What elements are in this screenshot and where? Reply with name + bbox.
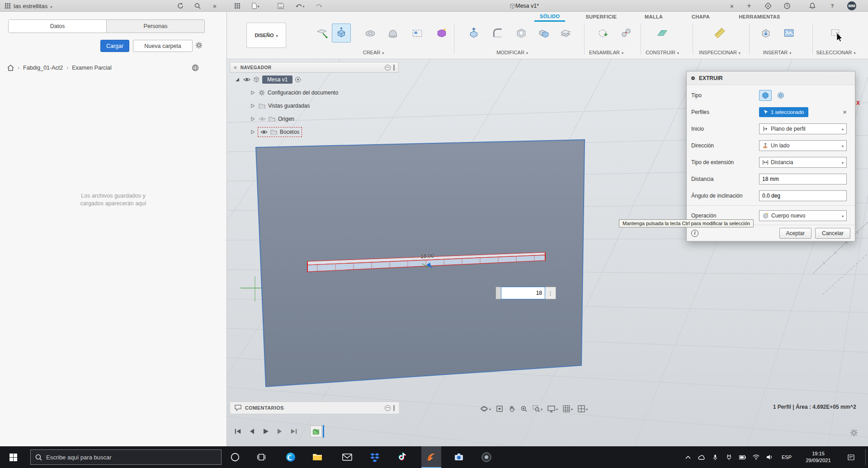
app-launcher-icon[interactable]	[1, 0, 14, 12]
tab-personas[interactable]: Personas	[107, 20, 204, 33]
fusion360-icon[interactable]	[421, 446, 441, 468]
camera-app-icon[interactable]	[449, 446, 469, 468]
data-settings-gear-icon[interactable]	[195, 42, 203, 49]
expand-arrow-icon[interactable]	[250, 117, 256, 121]
orbit-button[interactable]	[478, 402, 493, 415]
step-back-button[interactable]	[246, 425, 257, 437]
combine-button[interactable]	[534, 24, 553, 43]
charging-plug-icon[interactable]	[722, 446, 735, 468]
tab-superficie[interactable]: SUPERFICIE	[581, 12, 621, 22]
group-label-seleccionar[interactable]: SELECCIONAR	[807, 50, 865, 55]
accept-button[interactable]: Aceptar	[779, 228, 811, 239]
group-label-ensamblar[interactable]: ENSAMBLAR	[577, 50, 636, 55]
volume-icon[interactable]	[763, 446, 776, 468]
taskbar-search[interactable]	[30, 449, 222, 465]
tab-malla[interactable]: MALLA	[641, 12, 666, 22]
revolve-button[interactable]	[361, 24, 380, 43]
tree-item-document-settings[interactable]: Configuración del documento	[230, 86, 399, 99]
search-input[interactable]	[46, 454, 217, 461]
viewports-button[interactable]	[576, 402, 590, 415]
create-sketch-button[interactable]	[313, 24, 332, 43]
taskbar-clock[interactable]: 19:15 29/09/2021	[797, 446, 840, 468]
breadcrumb-folder[interactable]: Fabdig_01-Act2	[23, 65, 63, 71]
canvas-button[interactable]	[779, 24, 798, 43]
pattern-button[interactable]	[408, 24, 427, 43]
loft-button[interactable]	[383, 24, 402, 43]
activate-component-icon[interactable]	[295, 77, 301, 82]
dimension-input[interactable]	[501, 287, 545, 299]
refresh-icon[interactable]	[174, 0, 187, 12]
comments-bar[interactable]: COMENTARIOS	[230, 402, 400, 414]
visibility-eye-icon[interactable]	[243, 77, 250, 82]
tree-item-label[interactable]: Origen	[278, 116, 294, 122]
insert-mesh-button[interactable]	[756, 24, 775, 43]
drag-handle-icon[interactable]: ⋮	[545, 287, 556, 299]
group-label-crear[interactable]: CREAR	[344, 50, 403, 55]
group-label-inspeccionar[interactable]: INSPECCIONAR	[690, 50, 749, 55]
expand-arrow-icon[interactable]	[250, 130, 256, 134]
file-menu-icon[interactable]	[247, 0, 264, 12]
upload-button[interactable]: Cargar	[100, 40, 129, 52]
minimize-browser-icon[interactable]	[385, 65, 391, 71]
measure-button[interactable]	[710, 24, 729, 43]
project-selector[interactable]: las estrellitas	[14, 0, 52, 12]
mail-icon[interactable]	[337, 446, 357, 468]
play-button[interactable]	[260, 425, 271, 437]
task-view-button[interactable]	[251, 446, 271, 468]
cancel-button[interactable]: Cancelar	[815, 228, 850, 239]
group-label-construir[interactable]: CONSTRUIR	[633, 50, 692, 55]
direccion-select[interactable]: Un lado	[759, 140, 847, 151]
design-menu-button[interactable]: DISEÑO	[246, 23, 286, 48]
tree-root-row[interactable]: Mesa v1	[230, 73, 399, 86]
group-label-insertar[interactable]: INSERTAR	[748, 50, 807, 55]
profiles-selected-chip[interactable]: 1 seleccionado	[759, 107, 808, 117]
joint-button[interactable]	[617, 24, 636, 43]
file-explorer-icon[interactable]	[307, 446, 327, 468]
notifications-bell-icon[interactable]	[806, 0, 819, 12]
start-button[interactable]	[0, 446, 26, 468]
visibility-eye-off-icon[interactable]	[259, 116, 266, 122]
tree-item-sketches[interactable]: Bocetos	[230, 125, 399, 138]
cortana-button[interactable]	[225, 446, 245, 468]
timeline-sketch-feature[interactable]	[310, 425, 322, 437]
wifi-icon[interactable]	[750, 446, 762, 468]
home-icon[interactable]	[7, 65, 14, 71]
tab-chapa[interactable]: CHAPA	[688, 12, 713, 22]
hidden-icons-chevron[interactable]	[682, 446, 694, 468]
construction-plane-button[interactable]	[653, 24, 672, 43]
operacion-select[interactable]: Cuerpo nuevo	[759, 210, 847, 221]
minimize-comments-icon[interactable]	[385, 405, 391, 411]
save-icon[interactable]	[274, 0, 288, 12]
fillet-button[interactable]	[488, 24, 507, 43]
input-grip-icon[interactable]	[495, 287, 501, 299]
extrude-type-thin-icon[interactable]	[774, 90, 787, 101]
close-panel-icon[interactable]	[208, 0, 222, 12]
globe-icon[interactable]	[192, 64, 199, 71]
extrude-type-solid-icon[interactable]	[759, 90, 772, 101]
expand-arrow-icon[interactable]	[234, 77, 241, 82]
expand-arrow-icon[interactable]	[250, 90, 256, 95]
extensions-icon[interactable]	[761, 0, 775, 12]
app-icon[interactable]	[476, 446, 496, 468]
step-forward-button[interactable]	[274, 425, 285, 437]
display-settings-button[interactable]	[546, 402, 560, 415]
tab-herramientas[interactable]: HERRAMIENTAS	[736, 12, 783, 22]
distance-input[interactable]	[759, 174, 847, 184]
close-tab-icon[interactable]	[725, 0, 739, 12]
help-icon[interactable]	[826, 0, 839, 12]
new-tab-icon[interactable]	[742, 0, 756, 12]
look-at-button[interactable]	[494, 402, 505, 415]
tab-datos[interactable]: Datos	[9, 20, 107, 33]
new-folder-button[interactable]: Nueva carpeta	[133, 40, 193, 52]
zoom-window-button[interactable]	[531, 402, 544, 415]
root-component-label[interactable]: Mesa v1	[262, 76, 292, 84]
inicio-select[interactable]: Plano de perfil	[759, 123, 847, 134]
tiktok-icon[interactable]	[392, 446, 412, 468]
avatar[interactable]: MM	[847, 1, 856, 10]
edge-icon[interactable]	[281, 446, 301, 468]
tree-item-origin[interactable]: Origen	[230, 112, 399, 125]
extrude-button[interactable]	[332, 24, 351, 43]
tree-item-label[interactable]: Bocetos	[280, 129, 299, 135]
go-to-end-button[interactable]	[288, 425, 299, 437]
browser-header[interactable]: NAVEGADOR	[230, 62, 399, 73]
